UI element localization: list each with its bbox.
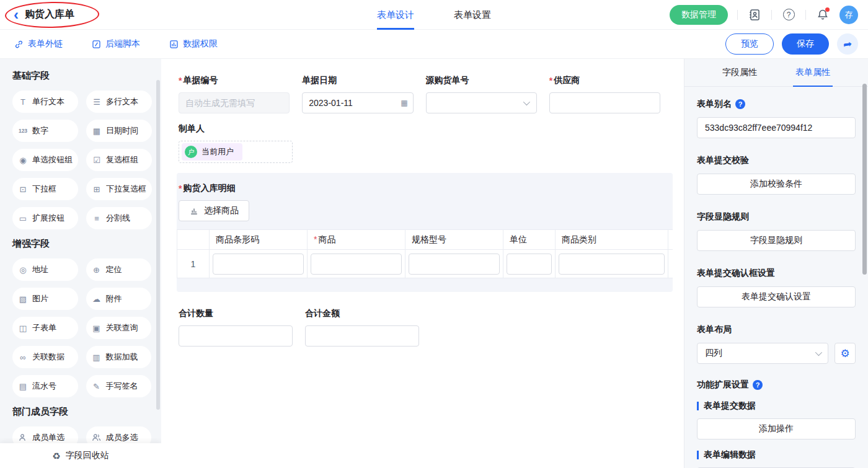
total-amount-input[interactable] (305, 325, 419, 347)
data-permission-link[interactable]: 数据权限 (169, 38, 218, 50)
gear-icon: ⚙ (840, 347, 849, 360)
pill-label: 关联查询 (106, 322, 138, 333)
field-total-amount[interactable]: 合计金额 (305, 308, 419, 347)
form-alias-input[interactable] (697, 117, 856, 138)
pill-data-load[interactable]: ▥数据加载 (86, 346, 152, 368)
doc-no-input[interactable] (179, 92, 290, 113)
submit-confirm-button[interactable]: 表单提交确认设置 (697, 286, 856, 307)
layout-settings-button[interactable]: ⚙ (835, 343, 856, 364)
field-source-no[interactable]: 源购货单号 (426, 75, 537, 113)
data-manage-button[interactable]: 数据管理 (670, 5, 728, 25)
product-input[interactable] (311, 254, 402, 275)
form-canvas[interactable]: *单据编号 单据日期 ▦ 源购货单号 *供应商 制单人 (161, 59, 684, 468)
total-qty-input[interactable] (179, 325, 293, 347)
form-external-link[interactable]: 表单外链 (14, 38, 63, 50)
field-recycle-bin[interactable]: ♻ 字段回收站 (0, 443, 161, 468)
share-arrow-icon: ➦ (842, 37, 852, 51)
add-validation-button[interactable]: 添加校验条件 (697, 174, 856, 195)
user-tag-avatar-icon: 户 (185, 146, 197, 158)
user-avatar[interactable]: 存 (839, 6, 858, 24)
layout-select[interactable]: 四列 (697, 343, 828, 364)
pill-attachment[interactable]: ☁附件 (86, 288, 152, 310)
field-label: 单据日期 (302, 75, 337, 86)
enhanced-fields-grid: ◎地址 ⊕定位 ▧图片 ☁附件 ◫子表单 ▣关联查询 ∞关联数据 ▥数据加载 ▤… (12, 258, 151, 397)
help-icon[interactable]: ? (781, 7, 796, 22)
linked-query-icon: ▣ (92, 324, 102, 332)
field-visibility-button[interactable]: 字段显隐规则 (697, 230, 856, 251)
group-submit-validation: 表单提交校验 添加校验条件 (697, 155, 856, 195)
pill-image[interactable]: ▧图片 (12, 288, 78, 310)
pill-label: 单行文本 (32, 96, 64, 107)
pill-subform[interactable]: ◫子表单 (12, 317, 78, 339)
field-supplier[interactable]: *供应商 (549, 75, 660, 113)
required-mark: * (549, 76, 552, 86)
pill-signature[interactable]: ✎手写签名 (86, 375, 152, 397)
save-button[interactable]: 保存 (782, 33, 829, 55)
detail-subform-section[interactable]: *购货入库明细 选择商品 商品条形码 *商品 规格型号 (177, 173, 673, 292)
col-spec: 规格型号 (405, 230, 503, 250)
row-index-cell: 1 (177, 250, 210, 278)
pill-label: 关联数据 (32, 351, 64, 363)
tab-form-design[interactable]: 表单设计 (377, 0, 414, 30)
pill-location[interactable]: ⊕定位 (86, 258, 152, 281)
pill-extend-button[interactable]: ▭扩展按钮 (12, 207, 78, 229)
pill-label: 日期时间 (106, 125, 138, 136)
divider-line-icon: ≡ (92, 214, 102, 223)
barcode-input[interactable] (213, 254, 304, 275)
pill-radio-group[interactable]: ◉单选按钮组 (12, 149, 78, 171)
share-button[interactable]: ➦ (837, 33, 858, 55)
pill-multi-select[interactable]: ⊞下拉复选框 (86, 178, 152, 200)
tab-form-properties[interactable]: 表单属性 (795, 59, 830, 86)
help-icon[interactable]: ? (753, 380, 763, 390)
select-product-button[interactable]: 选择商品 (179, 200, 249, 221)
form-toolbar: 表单外链 后端脚本 数据权限 预览 保存 ➦ (0, 30, 868, 59)
field-total-qty[interactable]: 合计数量 (179, 308, 293, 347)
pill-address[interactable]: ◎地址 (12, 258, 78, 281)
chevron-down-icon (815, 349, 822, 356)
pill-datetime[interactable]: ▦日期时间 (86, 120, 152, 142)
field-doc-date[interactable]: 单据日期 ▦ (302, 75, 413, 113)
category-input[interactable] (559, 254, 665, 275)
bell-icon[interactable] (815, 7, 830, 22)
unit-cell (503, 250, 556, 278)
tab-form-settings[interactable]: 表单设置 (454, 0, 491, 30)
permission-icon (169, 39, 179, 50)
pill-checkbox-group[interactable]: ☑复选框组 (86, 149, 152, 171)
contacts-icon[interactable] (747, 7, 762, 22)
unit-input[interactable] (507, 254, 552, 275)
pill-multi-line-text[interactable]: ☰多行文本 (86, 91, 152, 113)
field-creator[interactable]: 制单人 户 当前用户 (179, 123, 293, 163)
panel-scrollbar[interactable] (862, 84, 867, 275)
pill-select[interactable]: ⊡下拉框 (12, 178, 78, 200)
backend-script-link[interactable]: 后端脚本 (91, 38, 140, 50)
pill-single-line-text[interactable]: T单行文本 (12, 91, 78, 113)
current-user-tag[interactable]: 户 当前用户 (182, 143, 242, 161)
help-icon[interactable]: ? (735, 99, 745, 109)
select-icon: ⊡ (18, 185, 28, 193)
subform-icon: ◫ (18, 324, 28, 332)
page-title: 购货入库单 (25, 8, 74, 21)
pill-label: 成员单选 (32, 432, 64, 443)
creator-value-box[interactable]: 户 当前用户 (179, 141, 293, 163)
submit-data-add-button[interactable]: 添加操作 (697, 418, 856, 439)
source-no-select[interactable] (426, 92, 537, 113)
sidebar-scrollbar[interactable] (156, 80, 160, 410)
pill-linked-query[interactable]: ▣关联查询 (86, 317, 152, 339)
pill-linked-data[interactable]: ∞关联数据 (12, 346, 78, 368)
field-doc-no[interactable]: *单据编号 (179, 75, 290, 113)
extension-settings-label: 功能扩展设置 (697, 379, 749, 391)
pill-number[interactable]: 123数字 (12, 120, 78, 142)
group-form-layout: 表单布局 四列 ⚙ (697, 324, 856, 364)
pill-serial-number[interactable]: ▤流水号 (12, 375, 78, 397)
pill-divider-line[interactable]: ≡分割线 (86, 207, 152, 229)
back-icon[interactable]: ‹ (14, 9, 19, 21)
backend-script-label: 后端脚本 (105, 38, 140, 50)
doc-date-input[interactable] (302, 92, 413, 113)
tab-field-properties[interactable]: 字段属性 (722, 59, 757, 86)
preview-button[interactable]: 预览 (725, 33, 774, 55)
supplier-input[interactable] (549, 92, 660, 113)
toolbar-links: 表单外链 后端脚本 数据权限 (14, 38, 218, 50)
pill-label: 分割线 (106, 213, 130, 224)
spec-input[interactable] (409, 254, 500, 275)
col-clipped (668, 230, 673, 250)
